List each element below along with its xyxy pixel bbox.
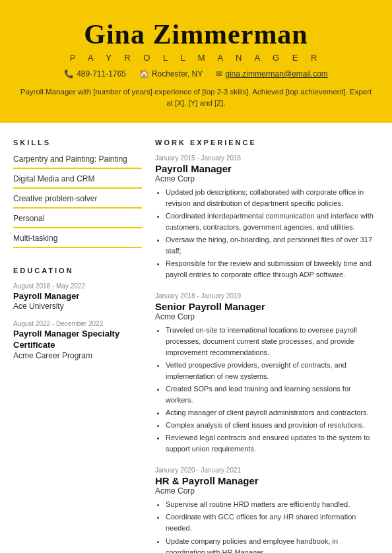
- bullet-2-3: Created SOPs and lead training and learn…: [166, 383, 379, 406]
- header-section: Gina Zimmerman P a y r o l l M a n a g e…: [0, 0, 392, 123]
- location-text: Rochester, NY: [152, 69, 203, 79]
- work-job-title-1: Payroll Manager: [155, 163, 379, 174]
- location-icon: 🏠: [139, 69, 149, 79]
- left-column: SKILLS Carpentry and Painting: Painting …: [13, 136, 142, 554]
- work-title: WORK EXPERIENCE: [155, 139, 379, 146]
- skill-item-2: Digital Media and CRM: [13, 174, 142, 189]
- education-section: EDUCATION August 2018 - May 2022 Payroll…: [13, 267, 142, 361]
- bullet-2-5: Complex analysis of client issues and pr…: [166, 420, 379, 431]
- skills-title: SKILLS: [13, 139, 142, 146]
- skill-item-1: Carpentry and Painting: Painting: [13, 154, 142, 169]
- location-contact: 🏠 Rochester, NY: [139, 69, 203, 79]
- work-bullets-2: Traveled on-site to international locati…: [155, 325, 379, 455]
- bullet-3-1: Supervise all routine HRD matters are ef…: [166, 499, 379, 510]
- bullet-2-2: Vetted prospective providers, oversight …: [166, 360, 379, 382]
- work-entry-1: January 2015 - January 2016 Payroll Mana…: [155, 154, 379, 280]
- work-entry-2: January 2018 - January 2019 Senior Payro…: [155, 292, 379, 455]
- phone-number: 489-711-1765: [77, 69, 126, 79]
- resume-page: Gina Zimmerman P a y r o l l M a n a g e…: [0, 0, 392, 553]
- edu-degree-2: Payroll Manager Specialty Certificate: [13, 329, 142, 351]
- edu-degree-1: Payroll Manager: [13, 291, 142, 302]
- bullet-3-2: Coordinate with GCC offices for any HR s…: [166, 511, 379, 534]
- skill-item-3: Creative problem-solver: [13, 194, 142, 209]
- phone-icon: 📞: [64, 69, 74, 79]
- work-company-1: Acme Corp: [155, 174, 379, 183]
- work-bullets-1: Updated job descriptions; collaborated w…: [155, 187, 379, 280]
- skills-section: SKILLS Carpentry and Painting: Painting …: [13, 139, 142, 248]
- edu-school-1: Ace University: [13, 302, 142, 311]
- work-bullets-3: Supervise all routine HRD matters are ef…: [155, 499, 379, 553]
- work-date-3: January 2020 - January 2021: [155, 467, 379, 474]
- right-column: WORK EXPERIENCE January 2015 - January 2…: [155, 136, 379, 554]
- work-date-2: January 2018 - January 2019: [155, 292, 379, 300]
- work-company-3: Acme Corp: [155, 486, 379, 496]
- bullet-2-4: Acting manager of client payroll adminis…: [166, 407, 379, 418]
- phone-contact: 📞 489-711-1765: [64, 69, 126, 79]
- edu-date-2: August 2022 - December 2022: [13, 320, 142, 327]
- work-job-title-3: HR & Payroll Manager: [155, 475, 379, 486]
- bullet-1-2: Coordinated interdepartmental communicat…: [166, 211, 379, 233]
- work-job-title-2: Senior Payroll Manager: [155, 301, 379, 312]
- candidate-title: P a y r o l l M a n a g e r: [20, 53, 372, 63]
- body-section: SKILLS Carpentry and Painting: Painting …: [0, 123, 392, 554]
- contact-bar: 📞 489-711-1765 🏠 Rochester, NY ✉ gina.zi…: [20, 69, 372, 79]
- bullet-1-1: Updated job descriptions; collaborated w…: [166, 187, 379, 209]
- edu-school-2: Acme Career Program: [13, 351, 142, 360]
- skill-item-4: Personal: [13, 214, 142, 228]
- skill-item-5: Multi-tasking: [13, 234, 142, 248]
- email-icon: ✉: [216, 69, 222, 79]
- bullet-3-3: Update company policies and employee han…: [166, 536, 379, 553]
- email-contact: ✉ gina.zimmerman@email.com: [216, 69, 328, 79]
- bullet-1-3: Oversaw the hiring, on-boarding, and per…: [166, 234, 379, 257]
- bullet-2-1: Traveled on-site to international locati…: [166, 325, 379, 358]
- edu-date-1: August 2018 - May 2022: [13, 282, 142, 290]
- work-date-1: January 2015 - January 2016: [155, 154, 379, 162]
- work-company-2: Acme Corp: [155, 312, 379, 321]
- summary-text: Payroll Manager with [number of years] e…: [20, 86, 372, 110]
- candidate-name: Gina Zimmerman: [20, 18, 372, 50]
- bullet-1-4: Responsible for the review and submissio…: [166, 258, 379, 280]
- bullet-2-6: Reviewed legal contracts and ensured upd…: [166, 432, 379, 455]
- education-title: EDUCATION: [13, 267, 142, 275]
- email-link[interactable]: gina.zimmerman@email.com: [225, 69, 328, 79]
- work-entry-3: January 2020 - January 2021 HR & Payroll…: [155, 467, 379, 553]
